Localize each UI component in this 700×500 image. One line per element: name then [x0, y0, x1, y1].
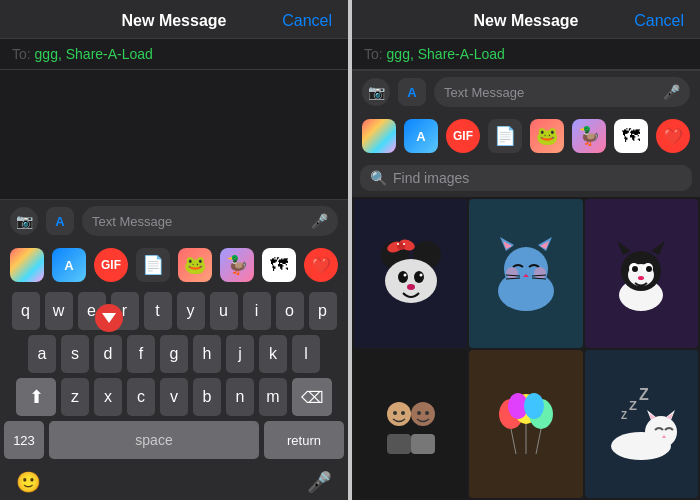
left-bottom-bar: 🙂 🎤 — [0, 466, 348, 500]
right-camera-icon[interactable]: 📷 — [362, 78, 390, 106]
animoji-icon[interactable]: 🦆 — [220, 248, 254, 282]
right-text-input-placeholder: Text Message — [444, 85, 524, 100]
camera-icon[interactable]: 📷 — [10, 207, 38, 235]
red-arrow-indicator — [95, 304, 123, 332]
key-b[interactable]: b — [193, 378, 221, 416]
files-icon[interactable]: 📄 — [136, 248, 170, 282]
key-x[interactable]: x — [94, 378, 122, 416]
key-o[interactable]: o — [276, 292, 304, 330]
right-appstore-icon[interactable]: A — [404, 119, 438, 153]
key-l[interactable]: l — [292, 335, 320, 373]
svg-point-41 — [393, 411, 397, 415]
key-q[interactable]: q — [12, 292, 40, 330]
gif-item-fat-cat[interactable] — [469, 199, 582, 348]
right-app-strip: A GIF 📄 🐸 🦆 🗺 ❤️ — [352, 113, 700, 159]
svg-line-50 — [511, 429, 516, 454]
key-z[interactable]: z — [61, 378, 89, 416]
svg-point-39 — [411, 402, 435, 426]
svg-point-20 — [506, 267, 518, 279]
heart-icon[interactable]: ❤️ — [304, 248, 338, 282]
svg-marker-58 — [666, 413, 673, 419]
keyboard-row-1: q w e r t y u i o p — [4, 292, 344, 330]
appstore-icon[interactable]: A — [52, 248, 86, 282]
right-header: New Message Cancel — [352, 0, 700, 39]
gif-item-sleeping[interactable]: Z Z Z — [585, 350, 698, 499]
right-gifs-icon[interactable]: GIF — [446, 119, 480, 153]
text-input-bar[interactable]: Text Message 🎤 — [82, 206, 338, 236]
to-prefix: To: — [12, 46, 35, 62]
svg-text:Z: Z — [629, 398, 637, 413]
svg-marker-31 — [651, 241, 665, 255]
backspace-key[interactable]: ⌫ — [292, 378, 332, 416]
keyboard-row-3: ⬆ z x c v b n m ⌫ — [4, 378, 344, 416]
left-app-strip: A GIF 📄 🐸 🦆 🗺 ❤️ — [0, 242, 348, 288]
key-p[interactable]: p — [309, 292, 337, 330]
right-apps-icon[interactable]: A — [398, 78, 426, 106]
numbers-key[interactable]: 123 — [4, 421, 44, 459]
right-cancel-button[interactable]: Cancel — [634, 12, 684, 30]
key-s[interactable]: s — [61, 335, 89, 373]
key-i[interactable]: i — [243, 292, 271, 330]
right-photos-app-icon[interactable] — [362, 119, 396, 153]
emoji-icon[interactable]: 🙂 — [16, 470, 41, 494]
memoji-icon[interactable]: 🐸 — [178, 248, 212, 282]
key-k[interactable]: k — [259, 335, 287, 373]
keyboard-row-4: 123 space return — [4, 421, 344, 459]
return-key[interactable]: return — [264, 421, 344, 459]
key-g[interactable]: g — [160, 335, 188, 373]
key-f[interactable]: f — [127, 335, 155, 373]
gmaps-icon[interactable]: 🗺 — [262, 248, 296, 282]
right-text-input-bar[interactable]: Text Message 🎤 — [434, 77, 690, 107]
svg-point-8 — [403, 243, 405, 245]
left-cancel-button[interactable]: Cancel — [282, 12, 332, 30]
svg-point-36 — [638, 276, 644, 280]
key-d[interactable]: d — [94, 335, 122, 373]
photos-app-icon[interactable] — [10, 248, 44, 282]
gif-item-minnie[interactable] — [354, 199, 467, 348]
search-icon: 🔍 — [370, 170, 387, 186]
cartoon-cat-svg — [601, 233, 681, 313]
bottom-mic-icon[interactable]: 🎤 — [307, 470, 332, 494]
key-m[interactable]: m — [259, 378, 287, 416]
svg-point-35 — [646, 266, 652, 272]
right-header-title: New Message — [474, 12, 579, 30]
gif-search-box[interactable]: 🔍 Find images — [360, 165, 692, 191]
gifs-icon[interactable]: GIF — [94, 248, 128, 282]
gif-item-people[interactable] — [354, 350, 467, 499]
right-memoji-icon[interactable]: 🐸 — [530, 119, 564, 153]
svg-point-43 — [417, 411, 421, 415]
right-heart-icon[interactable]: ❤️ — [656, 119, 690, 153]
gif-item-balloons[interactable] — [469, 350, 582, 499]
key-u[interactable]: u — [210, 292, 238, 330]
svg-point-12 — [419, 274, 422, 277]
right-animoji-icon[interactable]: 🦆 — [572, 119, 606, 153]
key-h[interactable]: h — [193, 335, 221, 373]
key-w[interactable]: w — [45, 292, 73, 330]
svg-point-54 — [645, 416, 677, 448]
arrow-down-icon — [100, 309, 118, 327]
balloons-svg — [486, 384, 566, 464]
svg-point-10 — [414, 271, 424, 283]
right-toolbar: 📷 A Text Message 🎤 — [352, 70, 700, 113]
key-j[interactable]: j — [226, 335, 254, 373]
key-c[interactable]: c — [127, 378, 155, 416]
key-v[interactable]: v — [160, 378, 188, 416]
key-a[interactable]: a — [28, 335, 56, 373]
shift-key[interactable]: ⬆ — [16, 378, 56, 416]
left-to-label: To: ggg, Share-A-Load — [12, 46, 153, 62]
key-t[interactable]: t — [144, 292, 172, 330]
gif-search-area: 🔍 Find images — [352, 159, 700, 197]
right-files-icon[interactable]: 📄 — [488, 119, 522, 153]
key-n[interactable]: n — [226, 378, 254, 416]
right-to-field[interactable]: To: ggg, Share-A-Load — [352, 39, 700, 70]
left-message-area[interactable] — [0, 70, 348, 199]
right-gmaps-icon[interactable]: 🗺 — [614, 119, 648, 153]
keyboard: q w e r t y u i o p a s d f g h j k l ⬆ … — [0, 288, 348, 466]
svg-point-34 — [632, 266, 638, 272]
left-to-field[interactable]: To: ggg, Share-A-Load — [0, 39, 348, 70]
apps-icon[interactable]: A — [46, 207, 74, 235]
key-y[interactable]: y — [177, 292, 205, 330]
right-phone-panel: New Message Cancel To: ggg, Share-A-Load… — [352, 0, 700, 500]
space-key[interactable]: space — [49, 421, 259, 459]
gif-item-cartoon[interactable] — [585, 199, 698, 348]
